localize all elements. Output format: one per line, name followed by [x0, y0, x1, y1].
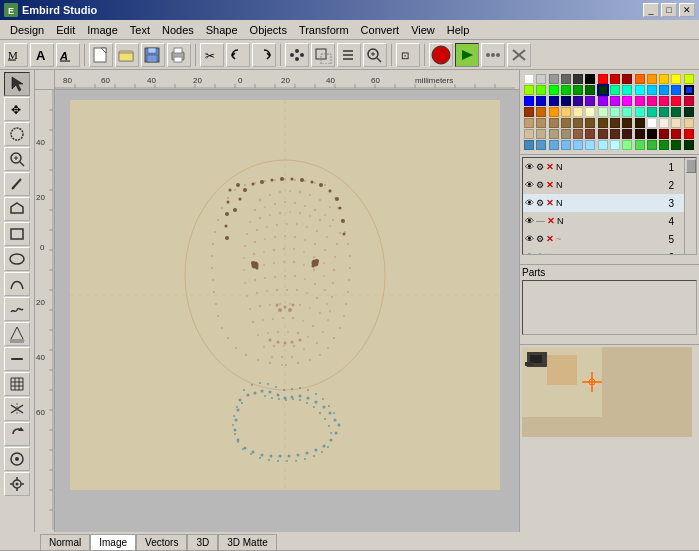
color-cell[interactable]	[598, 107, 608, 117]
menu-edit[interactable]: Edit	[50, 22, 81, 38]
color-cell[interactable]	[549, 85, 559, 95]
color-cell[interactable]	[598, 74, 608, 84]
toolbar-print-btn[interactable]	[167, 43, 191, 67]
menu-shape[interactable]: Shape	[200, 22, 244, 38]
tool-fill[interactable]	[4, 322, 30, 346]
color-cell[interactable]	[635, 96, 645, 106]
color-cell[interactable]	[610, 140, 620, 150]
color-cell[interactable]	[647, 74, 657, 84]
close-button[interactable]: ✕	[679, 3, 695, 17]
thread-row-5[interactable]: 👁 ⚙ ✕ ~ 5	[523, 230, 696, 248]
toolbar-undo-btn[interactable]	[226, 43, 250, 67]
menu-design[interactable]: Design	[4, 22, 50, 38]
color-cell[interactable]	[561, 107, 571, 117]
color-cell[interactable]	[647, 107, 657, 117]
tool-freehand[interactable]	[4, 297, 30, 321]
color-cell[interactable]	[598, 140, 608, 150]
color-cell[interactable]	[684, 129, 694, 139]
color-cell[interactable]	[647, 118, 657, 128]
color-cell[interactable]	[684, 107, 694, 117]
color-cell[interactable]	[536, 96, 546, 106]
color-cell[interactable]	[536, 129, 546, 139]
color-cell[interactable]	[573, 118, 583, 128]
tool-select[interactable]	[4, 72, 30, 96]
color-cell[interactable]	[635, 118, 645, 128]
color-cell[interactable]	[610, 74, 620, 84]
color-cell[interactable]	[524, 107, 534, 117]
color-cell[interactable]	[598, 96, 608, 106]
color-cell[interactable]	[684, 118, 694, 128]
color-cell[interactable]	[671, 129, 681, 139]
color-cell[interactable]	[585, 85, 595, 95]
color-cell[interactable]	[585, 118, 595, 128]
thread-row-2[interactable]: 👁 ⚙ ✕ N 2	[523, 176, 696, 194]
color-cell[interactable]	[549, 107, 559, 117]
color-cell[interactable]	[536, 140, 546, 150]
color-cell[interactable]	[585, 140, 595, 150]
thread-row-3[interactable]: 👁 ⚙ ✕ N 3	[523, 194, 696, 212]
color-cell[interactable]	[622, 85, 632, 95]
tool-lasso[interactable]	[4, 122, 30, 146]
color-cell[interactable]	[536, 85, 546, 95]
color-cell[interactable]	[622, 118, 632, 128]
color-cell[interactable]	[549, 140, 559, 150]
color-cell[interactable]	[561, 74, 571, 84]
color-cell[interactable]	[524, 96, 534, 106]
color-cell[interactable]	[585, 129, 595, 139]
thread-row-6[interactable]: 👁 ⚙ ✕ N 6	[523, 248, 696, 255]
tool-settings[interactable]	[4, 472, 30, 496]
color-cell[interactable]	[671, 107, 681, 117]
color-cell[interactable]	[622, 107, 632, 117]
color-cell[interactable]	[684, 96, 694, 106]
color-cell[interactable]	[659, 107, 669, 117]
color-cell[interactable]	[585, 74, 595, 84]
color-cell[interactable]	[561, 96, 571, 106]
toolbar-lettering-btn[interactable]: M	[4, 43, 28, 67]
color-cell[interactable]	[659, 118, 669, 128]
toolbar-play-btn[interactable]	[455, 43, 479, 67]
color-cell[interactable]	[635, 107, 645, 117]
canvas-area[interactable]: 80 60 40 20 0 20 40 60 millimeters	[35, 70, 519, 532]
menu-help[interactable]: Help	[441, 22, 476, 38]
tab-normal[interactable]: Normal	[40, 534, 90, 550]
color-cell[interactable]	[647, 140, 657, 150]
color-cell[interactable]	[536, 107, 546, 117]
tool-rotate[interactable]	[4, 422, 30, 446]
tool-rect[interactable]	[4, 222, 30, 246]
toolbar-transform-btn[interactable]	[311, 43, 335, 67]
toolbar-node-btn[interactable]	[285, 43, 309, 67]
color-cell[interactable]	[671, 96, 681, 106]
color-cell[interactable]	[561, 129, 571, 139]
tab-vectors[interactable]: Vectors	[136, 534, 187, 550]
thread-row-1[interactable]: 👁 ⚙ ✕ N 1	[523, 158, 696, 176]
color-cell[interactable]	[524, 140, 534, 150]
color-cell[interactable]	[622, 96, 632, 106]
color-cell[interactable]	[549, 96, 559, 106]
color-cell[interactable]	[573, 85, 583, 95]
menu-image[interactable]: Image	[81, 22, 124, 38]
tool-bezier[interactable]	[4, 272, 30, 296]
toolbar-redo-btn[interactable]	[252, 43, 276, 67]
color-cell[interactable]	[524, 85, 534, 95]
color-cell[interactable]	[610, 118, 620, 128]
color-cell[interactable]	[622, 129, 632, 139]
color-cell[interactable]	[635, 129, 645, 139]
menu-transform[interactable]: Transform	[293, 22, 355, 38]
tool-polygon[interactable]	[4, 197, 30, 221]
color-cell[interactable]	[585, 107, 595, 117]
tool-zoom[interactable]	[4, 147, 30, 171]
color-cell[interactable]	[647, 129, 657, 139]
color-cell[interactable]	[659, 140, 669, 150]
color-cell[interactable]	[573, 107, 583, 117]
minimize-button[interactable]: _	[643, 3, 659, 17]
color-cell[interactable]	[573, 140, 583, 150]
color-cell[interactable]	[561, 118, 571, 128]
color-cell[interactable]	[647, 96, 657, 106]
color-cell[interactable]	[561, 140, 571, 150]
color-cell[interactable]	[610, 107, 620, 117]
tool-mirror[interactable]	[4, 397, 30, 421]
color-cell[interactable]	[610, 129, 620, 139]
color-cell[interactable]	[671, 140, 681, 150]
color-cell[interactable]	[684, 140, 694, 150]
toolbar-text-btn[interactable]: A	[30, 43, 54, 67]
